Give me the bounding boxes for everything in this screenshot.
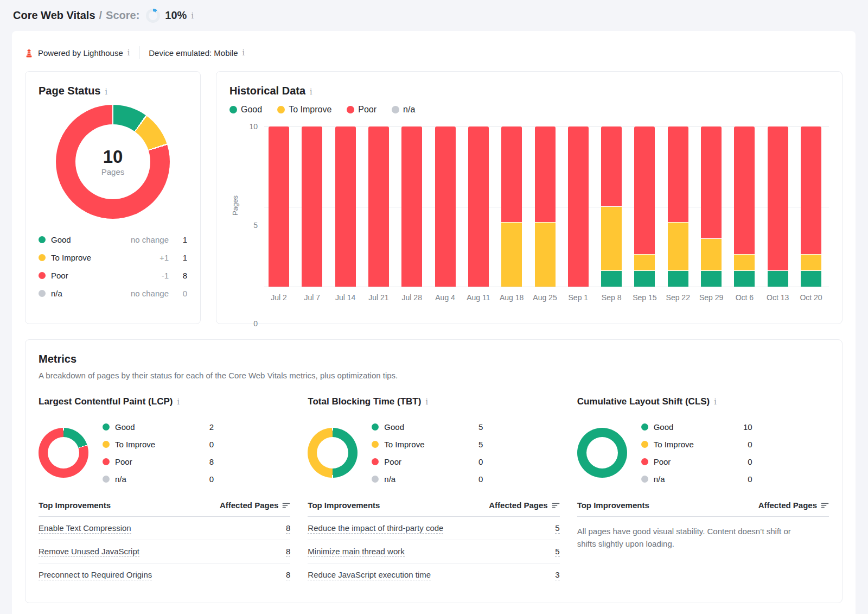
sort-icon[interactable] bbox=[552, 502, 560, 509]
column-header-affected-pages: Affected Pages bbox=[489, 501, 547, 510]
column-header-top-improvements: Top Improvements bbox=[308, 501, 380, 510]
metric-donut-chart[interactable] bbox=[308, 428, 358, 478]
divider bbox=[139, 46, 139, 59]
improvement-link[interactable]: Reduce JavaScript execution time bbox=[308, 570, 431, 580]
affected-pages-link[interactable]: 8 bbox=[286, 523, 290, 534]
bar-column[interactable]: Jul 28 bbox=[401, 126, 422, 287]
stacked-bar[interactable] bbox=[269, 126, 289, 287]
metric-legend-row: To Improve 0 bbox=[103, 435, 214, 453]
bar-segment-good bbox=[768, 271, 788, 287]
bar-column[interactable]: Aug 4 bbox=[435, 126, 456, 287]
bar-segment-poor bbox=[734, 126, 755, 255]
bar-segment-poor bbox=[335, 126, 356, 287]
x-tick-label: Sep 1 bbox=[569, 293, 589, 302]
affected-pages-link[interactable]: 3 bbox=[555, 570, 559, 580]
bar-column[interactable]: Sep 15 bbox=[634, 126, 655, 287]
affected-pages-link[interactable]: 5 bbox=[555, 523, 559, 534]
stacked-bar[interactable] bbox=[768, 126, 788, 287]
stacked-bar[interactable] bbox=[335, 126, 356, 287]
column-header-affected-pages: Affected Pages bbox=[220, 501, 278, 510]
legend-label: Poor bbox=[115, 457, 195, 466]
metric-legend-row: n/a 0 bbox=[103, 470, 214, 488]
stacked-bar[interactable] bbox=[734, 126, 755, 287]
stacked-bar[interactable] bbox=[801, 126, 821, 287]
stacked-bar[interactable] bbox=[568, 126, 589, 287]
metrics-title: Metrics bbox=[39, 353, 76, 365]
sort-icon[interactable] bbox=[821, 502, 829, 509]
bars-container: Jul 2Jul 7Jul 14Jul 21Jul 28Aug 4Aug 11A… bbox=[264, 126, 829, 287]
legend-value: 1 bbox=[169, 253, 187, 262]
x-tick-label: Sep 8 bbox=[602, 293, 622, 302]
metric-donut-chart[interactable] bbox=[577, 428, 627, 478]
info-icon[interactable]: i bbox=[191, 12, 193, 20]
meta-row: Powered by Lighthouse i Device emulated:… bbox=[25, 46, 843, 59]
bar-segment-to-improve bbox=[601, 207, 622, 271]
stacked-bar[interactable] bbox=[435, 126, 456, 287]
info-icon[interactable]: i bbox=[242, 49, 245, 56]
page-status-legend: Good no change 1 To Improve +1 1 Poor -1… bbox=[39, 231, 187, 302]
metrics-card: Metrics A breakdown of pages by their st… bbox=[25, 339, 843, 603]
legend-dot bbox=[372, 458, 379, 465]
bar-column[interactable]: Jul 21 bbox=[368, 126, 389, 287]
affected-pages-link[interactable]: 8 bbox=[286, 547, 290, 557]
stacked-bar[interactable] bbox=[668, 126, 688, 287]
stacked-bar[interactable] bbox=[601, 126, 622, 287]
info-icon[interactable]: i bbox=[127, 49, 130, 56]
stacked-bar[interactable] bbox=[701, 126, 722, 287]
improvement-link[interactable]: Reduce the impact of third-party code bbox=[308, 523, 443, 534]
bar-column[interactable]: Oct 20 bbox=[801, 126, 821, 287]
info-icon[interactable]: i bbox=[177, 398, 179, 406]
metric-legend-row: Poor 0 bbox=[641, 453, 752, 470]
x-tick-label: Aug 4 bbox=[435, 293, 455, 302]
improvement-link[interactable]: Enable Text Compression bbox=[39, 523, 131, 534]
page-status-donut-chart[interactable]: 10 Pages bbox=[56, 105, 170, 219]
improvements-table: Top Improvements Affected Pages All page… bbox=[577, 501, 829, 550]
table-header: Top Improvements Affected Pages bbox=[308, 501, 559, 517]
legend-dot bbox=[39, 272, 46, 279]
affected-pages-link[interactable]: 5 bbox=[555, 547, 559, 557]
stacked-bar[interactable] bbox=[634, 126, 655, 287]
stacked-bar[interactable] bbox=[368, 126, 389, 287]
bar-column[interactable]: Oct 13 bbox=[768, 126, 788, 287]
table-rows: Enable Text Compression 8 Remove Unused … bbox=[39, 517, 290, 587]
bar-column[interactable]: Jul 14 bbox=[335, 126, 356, 287]
bar-column[interactable]: Sep 22 bbox=[668, 126, 688, 287]
legend-dot bbox=[39, 236, 46, 243]
stacked-bar[interactable] bbox=[302, 126, 322, 287]
info-icon[interactable]: i bbox=[105, 88, 107, 96]
total-pages-label: Pages bbox=[101, 167, 125, 176]
improvement-link[interactable]: Preconnect to Required Origins bbox=[39, 570, 152, 580]
bar-column[interactable]: Aug 18 bbox=[501, 126, 522, 287]
metric-legend: Good 10 To Improve 0 Poor 0 n/a 0 bbox=[641, 418, 752, 488]
improvement-link[interactable]: Remove Unused JavaScript bbox=[39, 547, 139, 557]
legend-dot bbox=[372, 441, 379, 448]
bar-column[interactable]: Jul 2 bbox=[269, 126, 289, 287]
bar-segment-poor bbox=[601, 126, 622, 207]
stacked-bar[interactable] bbox=[535, 126, 556, 287]
bar-column[interactable]: Aug 25 bbox=[535, 126, 556, 287]
stacked-bar[interactable] bbox=[401, 126, 422, 287]
sort-icon[interactable] bbox=[282, 502, 290, 509]
stacked-bar[interactable] bbox=[501, 126, 522, 287]
affected-pages-link[interactable]: 8 bbox=[286, 570, 290, 580]
metric-legend-row: Good 2 bbox=[103, 418, 214, 435]
bar-column[interactable]: Sep 29 bbox=[701, 126, 722, 287]
improvement-link[interactable]: Minimize main thread work bbox=[308, 547, 404, 557]
bar-column[interactable]: Sep 1 bbox=[568, 126, 589, 287]
metric-card: Total Blocking Time (TBT) i Good 5 To Im… bbox=[308, 396, 559, 587]
bar-column[interactable]: Sep 8 bbox=[601, 126, 622, 287]
bar-segment-to-improve bbox=[734, 255, 755, 271]
bar-column[interactable]: Aug 11 bbox=[468, 126, 489, 287]
info-icon[interactable]: i bbox=[714, 398, 716, 406]
stacked-bar[interactable] bbox=[468, 126, 489, 287]
bar-column[interactable]: Oct 6 bbox=[734, 126, 755, 287]
breadcrumb-separator: / bbox=[99, 9, 103, 22]
historical-data-title: Historical Data bbox=[229, 85, 305, 97]
info-icon[interactable]: i bbox=[425, 398, 427, 406]
bar-column[interactable]: Jul 7 bbox=[302, 126, 322, 287]
legend-label: Good bbox=[384, 422, 464, 432]
bar-segment-to-improve bbox=[668, 223, 688, 271]
info-icon[interactable]: i bbox=[310, 88, 312, 96]
legend-value: 10 bbox=[734, 422, 752, 432]
metric-donut-chart[interactable] bbox=[39, 428, 88, 478]
